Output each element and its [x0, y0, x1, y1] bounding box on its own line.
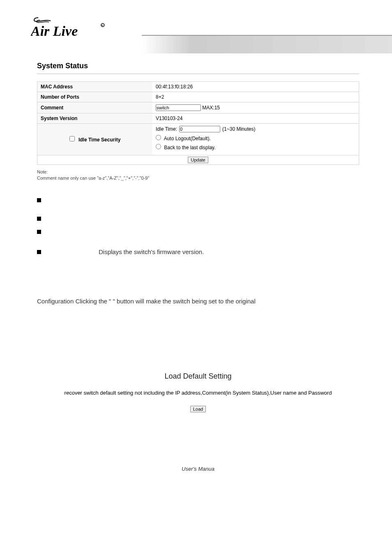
bullet-icon	[37, 230, 41, 234]
footer-text: User's Manua	[37, 466, 359, 484]
bullet-item	[37, 198, 359, 202]
note-text: Comment name only can use "a-z","A-Z","_…	[37, 176, 149, 180]
note-label: Note:	[37, 169, 48, 174]
comment-value-cell: MAX:15	[152, 102, 359, 113]
ports-label: Number of Ports	[37, 92, 152, 102]
bullet-item	[37, 230, 359, 234]
load-default-title: Load Default Setting	[37, 372, 359, 381]
load-default-section: Load Default Setting recover switch defa…	[37, 372, 359, 412]
idle-security-label: Idle Time Security	[78, 137, 121, 143]
idle-options-cell: Idle Time: (1~30 Minutes) Auto Logout(De…	[152, 124, 359, 155]
comment-label: Comment	[37, 102, 152, 113]
back-display-radio[interactable]	[156, 144, 161, 149]
version-label: System Version	[37, 113, 152, 124]
idle-time-hint: (1~30 Minutes)	[222, 126, 255, 132]
comment-max: MAX:15	[202, 105, 220, 111]
header-band	[142, 35, 392, 53]
back-display-option[interactable]: Back to the last display.	[156, 144, 355, 150]
bullet-item: Displays the switch's firmware version.	[37, 248, 359, 255]
bullet-item	[37, 217, 359, 221]
bullet-list: Displays the switch's firmware version.	[37, 198, 359, 255]
section-title: System Status	[37, 62, 359, 70]
load-default-text: recover switch default setting not inclu…	[37, 390, 359, 396]
update-button[interactable]: Update	[188, 157, 208, 163]
divider	[37, 74, 359, 74]
note-block: Note: Comment name only can use "a-z","A…	[37, 169, 359, 182]
idle-time-input[interactable]	[179, 126, 220, 132]
bullet-text: Displays the switch's firmware version.	[99, 248, 204, 255]
version-value: V130103-24	[152, 113, 359, 124]
idle-time-label: Idle Time:	[156, 126, 177, 132]
mac-address-value: 00:4f:13:f0:18:26	[152, 82, 359, 92]
page-header: Air Live R	[0, 0, 392, 53]
bullet-icon	[37, 217, 41, 221]
svg-text:Air Live: Air Live	[31, 23, 78, 39]
back-display-label: Back to the last display.	[164, 145, 215, 150]
brand-logo: Air Live R	[31, 14, 113, 43]
idle-security-checkbox[interactable]	[69, 136, 75, 141]
auto-logout-label: Auto Logout(Default).	[164, 136, 211, 141]
comment-input[interactable]	[156, 104, 201, 111]
config-paragraph: Configuration Clicking the " " button wi…	[37, 296, 359, 306]
system-status-table: MAC Address 00:4f:13:f0:18:26 Number of …	[37, 81, 359, 165]
bullet-icon	[37, 198, 41, 202]
auto-logout-option[interactable]: Auto Logout(Default).	[156, 135, 355, 141]
mac-address-label: MAC Address	[37, 82, 152, 92]
auto-logout-radio[interactable]	[156, 135, 161, 140]
idle-security-cell: Idle Time Security	[37, 124, 152, 155]
load-button[interactable]: Load	[190, 406, 206, 412]
svg-text:R: R	[101, 24, 104, 27]
bullet-icon	[37, 250, 41, 254]
ports-value: 8+2	[152, 92, 359, 102]
